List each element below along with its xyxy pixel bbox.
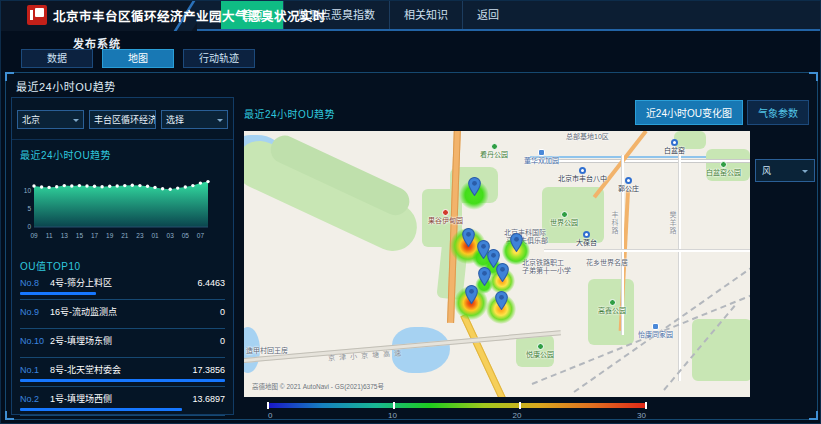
- map-label: 看丹公园: [480, 143, 508, 159]
- value-bar: [20, 292, 96, 295]
- scale-tick: [393, 402, 395, 409]
- list-item[interactable]: No.10 2号-填埋场东侧 0: [20, 334, 225, 358]
- svg-text:0: 0: [27, 223, 31, 230]
- svg-text:15: 15: [76, 232, 84, 239]
- svg-text:03: 03: [167, 232, 175, 239]
- metro-station-icon: [579, 167, 586, 174]
- site-name: 1号-填埋场西侧: [50, 392, 192, 405]
- left-sidebar-panel: 北京 丰台区循环经济产 选择 最近24小时OU趋势 05100911131517…: [11, 97, 234, 415]
- site-name: 16号-流动监测点: [50, 305, 220, 318]
- app-title: 北京市丰台区循环经济产业园大气恶臭状况实时: [53, 6, 326, 25]
- map-label: 悦康公园: [526, 343, 554, 359]
- rank-label: No.8: [20, 278, 50, 288]
- ou-value: 13.6897: [192, 394, 225, 404]
- scale-tick: [519, 402, 521, 409]
- top-list-title: OU值TOP10: [20, 258, 225, 273]
- map-pin[interactable]: [465, 285, 478, 308]
- map-label: 怡康同家园: [638, 323, 673, 339]
- map-label: 造甲村回王房: [246, 347, 288, 355]
- poi-icon: [609, 299, 616, 306]
- metro-station-icon: [625, 177, 632, 184]
- tab-data[interactable]: 数据: [21, 49, 93, 68]
- map-copyright: 高德地图 © 2021 AutoNavi - GS(2021)6375号: [252, 381, 384, 391]
- color-scale-bar: [268, 403, 646, 408]
- nav-item-knowledge[interactable]: 相关知识: [389, 1, 462, 29]
- map-pin[interactable]: [478, 267, 491, 290]
- map-park: [692, 319, 750, 381]
- scale-tick: [645, 402, 647, 409]
- panel-title: 最近24小时OU趋势: [16, 78, 116, 94]
- poi-icon: [537, 343, 544, 350]
- ou-value: 17.3856: [192, 365, 225, 375]
- map-pin[interactable]: [495, 291, 508, 314]
- site-select[interactable]: 选择: [161, 110, 228, 129]
- chevron-down-icon: [73, 119, 79, 125]
- map-label: 北京市丰台八中: [558, 167, 607, 183]
- dashboard-app: 首页 监测点恶臭指数 相关知识 返回 北京市丰台区循环经济产业园大气恶臭状况实时…: [0, 0, 821, 424]
- scale-tick-label: 30: [637, 411, 646, 420]
- filter-row: 北京 丰台区循环经济产 选择: [12, 98, 233, 140]
- map-label: 果谷伊甸园: [428, 209, 463, 225]
- park-select-value: 丰台区循环经济产: [94, 113, 156, 126]
- poi-icon: [491, 143, 498, 150]
- top-header: 首页 监测点恶臭指数 相关知识 返回 北京市丰台区循环经济产业园大气恶臭状况实时: [1, 1, 820, 31]
- map-pin[interactable]: [462, 228, 475, 251]
- svg-text:01: 01: [151, 232, 159, 239]
- map-pin[interactable]: [496, 263, 509, 286]
- tab-map[interactable]: 地图: [102, 49, 174, 68]
- map-road: [544, 249, 750, 252]
- map-label: 花乡世界名居: [586, 259, 628, 267]
- list-item[interactable]: No.1 8号-北天堂村委会 17.3856: [20, 363, 225, 387]
- list-item[interactable]: No.8 4号-筛分上料区 6.4463: [20, 276, 225, 300]
- ou-value: 0: [220, 307, 225, 317]
- map-pin[interactable]: [468, 177, 481, 200]
- map-road: [678, 149, 681, 381]
- scale-tick-label: 0: [268, 411, 272, 420]
- park-select[interactable]: 丰台区循环经济产: [89, 110, 156, 129]
- map-label: 樊羊路: [668, 211, 676, 235]
- poi-icon: [720, 161, 727, 168]
- svg-text:07: 07: [197, 232, 205, 239]
- metro-station-icon: [583, 231, 590, 238]
- map-layer-select[interactable]: 风: [755, 159, 815, 182]
- map-label: 子弟第十一小学: [522, 267, 571, 275]
- weather-params-button[interactable]: 气象参数: [747, 100, 809, 125]
- trend-chart-title: 最近24小时OU趋势: [20, 147, 225, 162]
- list-item[interactable]: No.9 16号-流动监测点 0: [20, 305, 225, 329]
- map-label: 白盆窑公园: [706, 161, 741, 177]
- map-section-title: 最近24小时OU趋势: [244, 106, 335, 121]
- ou-trend-chart: 0510091113151719212301030507: [18, 163, 227, 251]
- map-toggle-buttons: 近24小时OU变化图 气象参数: [635, 100, 809, 125]
- map-label: 白盆窑: [664, 139, 685, 155]
- city-select-value: 北京: [22, 113, 40, 126]
- map-canvas[interactable]: 京津小京塘高速 高德地图 © 2021 AutoNavi - GS(2021)6…: [244, 131, 750, 397]
- metro-station-icon: [671, 139, 678, 146]
- site-name: 8号-北天堂村委会: [50, 363, 192, 376]
- map-label: 高鑫公园: [598, 299, 626, 315]
- app-logo-icon: [27, 5, 47, 25]
- nav-item-back[interactable]: 返回: [462, 1, 513, 29]
- ou-value: 6.4463: [197, 278, 225, 288]
- map-label: 北京铁路职工: [522, 259, 564, 267]
- scale-tick-label: 20: [513, 411, 522, 420]
- tab-track[interactable]: 行动轨迹: [183, 49, 255, 68]
- scale-tick: [267, 402, 269, 409]
- panel-corner: [5, 72, 14, 81]
- svg-text:5: 5: [27, 205, 31, 212]
- map-label: 丰科路: [610, 211, 618, 235]
- map-road: [460, 314, 506, 397]
- rank-label: No.2: [20, 394, 50, 404]
- scale-tick-label: 10: [388, 411, 397, 420]
- panel-corner: [809, 72, 818, 81]
- panel-corner: [809, 411, 818, 420]
- main-panel: 最近24小时OU趋势 北京 丰台区循环经济产 选择 最近24小时OU趋势 051…: [5, 72, 818, 420]
- map-pin[interactable]: [510, 233, 523, 256]
- poi-icon: [442, 209, 449, 216]
- svg-text:23: 23: [136, 232, 144, 239]
- city-select[interactable]: 北京: [17, 110, 84, 129]
- poi-icon: [538, 149, 545, 156]
- list-item[interactable]: No.2 1号-填埋场西侧 13.6897: [20, 392, 225, 416]
- map-label: 总部基地10区: [566, 133, 609, 141]
- map-label: 郭公庄: [618, 177, 639, 193]
- ou-change-map-button[interactable]: 近24小时OU变化图: [635, 100, 743, 125]
